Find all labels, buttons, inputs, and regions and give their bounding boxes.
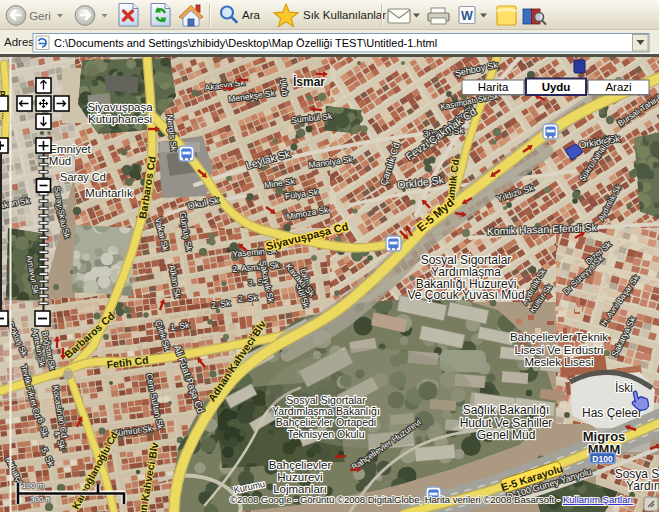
svg-text:Arazi: Arazi	[605, 81, 631, 93]
svg-text:Saray Cd: Saray Cd	[60, 171, 106, 183]
svg-text:100 m: 100 m	[22, 481, 45, 490]
svg-text:Emniyet: Emniyet	[49, 143, 91, 155]
svg-text:Bahçelievler Teknik: Bahçelievler Teknik	[510, 331, 608, 343]
svg-text:Ara: Ara	[242, 9, 261, 21]
svg-text:Kullanım Şartları: Kullanım Şartları	[563, 494, 633, 505]
svg-text:Teknisyen Okulu: Teknisyen Okulu	[287, 428, 364, 440]
svg-text:D100: D100	[592, 454, 613, 464]
svg-text:Siyavuşpaşa: Siyavuşpaşa	[87, 101, 153, 113]
svg-text:İsmar: İsmar	[293, 74, 325, 89]
svg-text:©2008 Google - Görüntü ©2008 D: ©2008 Google - Görüntü ©2008 DigitalGlob…	[230, 494, 560, 505]
svg-text:Ve Çocuk Yuvası Müd: Ve Çocuk Yuvası Müd	[407, 288, 524, 302]
svg-text:Huzurevi: Huzurevi	[277, 471, 322, 483]
svg-text:Yardımlaşma Bakanlığı: Yardımlaşma Bakanlığı	[272, 405, 380, 417]
svg-text:Harita: Harita	[478, 81, 509, 93]
svg-text:Yardım: Yardım	[626, 479, 659, 493]
svg-text:Sık Kullanılanlar: Sık Kullanılanlar	[303, 9, 386, 21]
svg-text:2. Sk: 2. Sk	[238, 292, 259, 304]
svg-text:Bahçelievler Ortapedi: Bahçelievler Ortapedi	[276, 416, 376, 428]
svg-text:Uydu: Uydu	[542, 81, 571, 93]
svg-text:Müd: Müd	[49, 155, 71, 167]
svg-text:300 ft: 300 ft	[30, 495, 51, 504]
svg-text:Sosyal Sigortalar: Sosyal Sigortalar	[286, 394, 366, 406]
svg-text:İski: İski	[615, 381, 633, 395]
svg-text:Muhtarlık: Muhtarlık	[85, 187, 133, 199]
svg-text:C:\Documents and Settings\zhib: C:\Documents and Settings\zhibidy\Deskto…	[54, 37, 437, 49]
svg-text:Has Çeleer: Has Çeleer	[582, 406, 642, 420]
svg-text:Geri: Geri	[29, 10, 51, 22]
svg-text:Kütüphanesi: Kütüphanesi	[88, 113, 152, 125]
svg-text:Meslek Lisesi: Meslek Lisesi	[524, 356, 593, 368]
svg-text:W: W	[461, 9, 473, 23]
svg-text:Lisesi Ve Erdüstri: Lisesi Ve Erdüstri	[515, 344, 604, 356]
svg-text:Genel Müd: Genel Müd	[477, 428, 536, 442]
svg-text:Adres: Adres	[4, 36, 34, 48]
svg-text:Bahçelievler: Bahçelievler	[269, 459, 332, 471]
